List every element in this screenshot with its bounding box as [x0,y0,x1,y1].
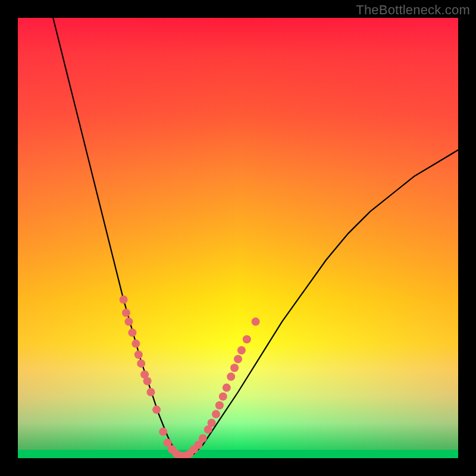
sample-dot [234,355,242,364]
sample-dots [120,296,260,458]
chart-frame: TheBottleneck.com [0,0,476,476]
sample-dot [199,434,207,443]
sample-dot [137,359,145,368]
sample-dot [131,340,140,348]
sample-dot [223,384,231,392]
sample-dot [208,419,216,427]
sample-dot [120,296,128,304]
sample-dot [128,328,136,337]
sample-dot [143,377,152,386]
sample-dot [152,406,161,414]
sample-dot [125,318,133,326]
sample-dot [147,388,155,396]
sample-dot [212,410,220,418]
sample-dot [122,309,130,317]
plot-area [18,18,458,458]
curve-layer [18,18,458,458]
sample-dot [243,335,251,343]
sample-dot [219,392,227,400]
sample-dot [227,372,235,381]
watermark-text: TheBottleneck.com [356,2,470,18]
bottleneck-curve [53,18,458,458]
sample-dot [230,364,239,372]
sample-dot [252,318,260,326]
sample-dot [159,428,167,436]
sample-dot [215,401,224,409]
sample-dot [237,346,246,355]
sample-dot [134,350,143,359]
